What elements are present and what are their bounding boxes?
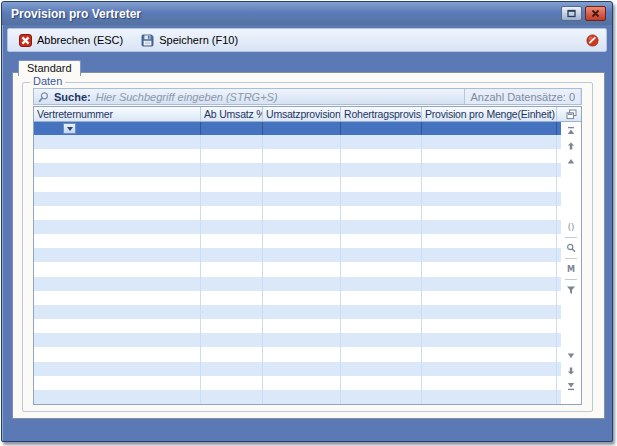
- table-cell[interactable]: [263, 234, 341, 248]
- search-icon[interactable]: [565, 243, 577, 253]
- table-cell[interactable]: [263, 376, 341, 390]
- selected-row-cell[interactable]: [422, 122, 557, 135]
- table-cell[interactable]: [422, 262, 557, 276]
- restore-button[interactable]: [561, 6, 582, 21]
- table-cell[interactable]: [34, 192, 201, 206]
- close-button[interactable]: [585, 6, 606, 21]
- table-cell[interactable]: [201, 262, 263, 276]
- table-cell[interactable]: [34, 262, 201, 276]
- move-up-icon[interactable]: [565, 141, 577, 151]
- table-cell[interactable]: [263, 333, 341, 347]
- table-cell[interactable]: [341, 305, 422, 319]
- table-row[interactable]: [34, 347, 561, 361]
- parentheses-icon[interactable]: (): [565, 222, 577, 232]
- table-cell[interactable]: [34, 305, 201, 319]
- table-cell[interactable]: [263, 135, 341, 149]
- table-cell[interactable]: [201, 305, 263, 319]
- table-cell[interactable]: [263, 248, 341, 262]
- table-cell[interactable]: [341, 248, 422, 262]
- table-cell[interactable]: [34, 220, 201, 234]
- table-cell[interactable]: [341, 220, 422, 234]
- table-cell[interactable]: [422, 291, 557, 305]
- table-cell[interactable]: [341, 234, 422, 248]
- table-cell[interactable]: [201, 149, 263, 163]
- go-previous-icon[interactable]: [565, 156, 577, 166]
- go-first-icon[interactable]: [565, 126, 577, 136]
- table-cell[interactable]: [201, 135, 263, 149]
- table-cell[interactable]: [34, 248, 201, 262]
- table-cell[interactable]: [201, 319, 263, 333]
- table-cell[interactable]: [201, 376, 263, 390]
- table-cell[interactable]: [263, 362, 341, 376]
- table-cell[interactable]: [422, 220, 557, 234]
- table-cell[interactable]: [263, 163, 341, 177]
- column-chooser-icon[interactable]: [565, 109, 577, 119]
- table-cell[interactable]: [34, 319, 201, 333]
- table-cell[interactable]: [341, 135, 422, 149]
- column-header-2[interactable]: Umsatzprovision: [263, 107, 341, 121]
- table-cell[interactable]: [341, 291, 422, 305]
- table-cell[interactable]: [422, 206, 557, 220]
- table-cell[interactable]: [34, 177, 201, 191]
- table-cell[interactable]: [34, 206, 201, 220]
- table-cell[interactable]: [422, 163, 557, 177]
- column-header-4[interactable]: Provision pro Menge(Einheit): [422, 107, 557, 121]
- table-cell[interactable]: [201, 206, 263, 220]
- table-cell[interactable]: [341, 149, 422, 163]
- table-cell[interactable]: [263, 177, 341, 191]
- column-header-1[interactable]: Ab Umsatz %: [201, 107, 263, 121]
- table-cell[interactable]: [201, 220, 263, 234]
- table-cell[interactable]: [201, 277, 263, 291]
- table-row[interactable]: [34, 220, 561, 234]
- table-row[interactable]: [34, 192, 561, 206]
- table-cell[interactable]: [34, 362, 201, 376]
- table-cell[interactable]: [263, 319, 341, 333]
- selected-row-cell[interactable]: [201, 122, 263, 135]
- table-row[interactable]: [34, 376, 561, 390]
- table-cell[interactable]: [422, 347, 557, 361]
- table-cell[interactable]: [341, 319, 422, 333]
- table-cell[interactable]: [341, 376, 422, 390]
- save-button[interactable]: Speichern (F10): [137, 32, 242, 49]
- selected-row-cell[interactable]: [34, 122, 201, 135]
- cancel-button[interactable]: Abbrechen (ESC): [15, 32, 127, 49]
- table-cell[interactable]: [422, 234, 557, 248]
- table-cell[interactable]: [201, 291, 263, 305]
- table-cell[interactable]: [263, 149, 341, 163]
- abort-icon[interactable]: [586, 34, 599, 47]
- table-cell[interactable]: [201, 248, 263, 262]
- move-down-icon[interactable]: [565, 366, 577, 376]
- filter-icon[interactable]: [565, 285, 577, 295]
- table-cell[interactable]: [341, 347, 422, 361]
- table-cell[interactable]: [34, 291, 201, 305]
- table-row[interactable]: [34, 333, 561, 347]
- table-cell[interactable]: [422, 390, 557, 404]
- table-row[interactable]: [34, 291, 561, 305]
- selected-row-cell[interactable]: [263, 122, 341, 135]
- table-cell[interactable]: [201, 234, 263, 248]
- table-row[interactable]: [34, 277, 561, 291]
- tab-standard[interactable]: Standard: [18, 60, 81, 76]
- table-row[interactable]: [34, 390, 561, 404]
- table-cell[interactable]: [422, 192, 557, 206]
- table-row[interactable]: [34, 319, 561, 333]
- table-row[interactable]: [34, 262, 561, 276]
- selected-row-cell[interactable]: [341, 122, 422, 135]
- go-next-icon[interactable]: [565, 351, 577, 361]
- table-cell[interactable]: [422, 149, 557, 163]
- table-cell[interactable]: [422, 248, 557, 262]
- table-row[interactable]: [34, 305, 561, 319]
- column-chooser-button[interactable]: [561, 107, 581, 122]
- table-cell[interactable]: [341, 262, 422, 276]
- table-cell[interactable]: [263, 305, 341, 319]
- table-cell[interactable]: [34, 376, 201, 390]
- table-row[interactable]: [34, 177, 561, 191]
- table-cell[interactable]: [263, 220, 341, 234]
- table-cell[interactable]: [341, 192, 422, 206]
- table-cell[interactable]: [263, 390, 341, 404]
- table-cell[interactable]: [422, 362, 557, 376]
- table-cell[interactable]: [34, 149, 201, 163]
- table-row[interactable]: [34, 149, 561, 163]
- table-cell[interactable]: [263, 206, 341, 220]
- table-cell[interactable]: [201, 347, 263, 361]
